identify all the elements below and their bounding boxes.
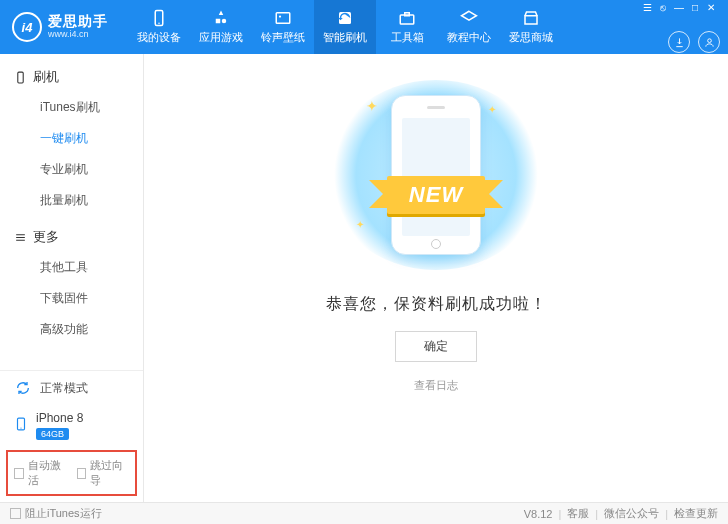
sidebar-item-download-fw[interactable]: 下载固件: [0, 283, 143, 314]
svg-rect-2: [276, 13, 290, 24]
nav-tutorials[interactable]: 教程中心: [438, 0, 500, 54]
checkbox-label: 自动激活: [28, 458, 67, 488]
refresh-icon: [336, 9, 354, 27]
version-label: V8.12: [524, 508, 553, 520]
check-update-link[interactable]: 检查更新: [674, 506, 718, 521]
app-header: i4 爱思助手 www.i4.cn 我的设备 应用游戏 铃声壁纸 智能刷机 工具…: [0, 0, 728, 54]
nav-ringtones[interactable]: 铃声壁纸: [252, 0, 314, 54]
device-info[interactable]: iPhone 8 64GB: [0, 405, 143, 448]
nav-label: 我的设备: [137, 30, 181, 45]
brand-title: 爱思助手: [48, 14, 108, 29]
menu-icon[interactable]: ☰: [640, 1, 654, 13]
svg-point-1: [158, 23, 160, 25]
brand-logo: i4 爱思助手 www.i4.cn: [12, 12, 128, 42]
svg-rect-9: [18, 72, 23, 83]
sidebar-group-flash[interactable]: 刷机: [0, 62, 143, 92]
checkbox-skip-wizard[interactable]: 跳过向导: [77, 458, 130, 488]
new-ribbon: NEW: [387, 176, 485, 214]
sync-icon: [14, 379, 32, 397]
top-nav: 我的设备 应用游戏 铃声壁纸 智能刷机 工具箱 教程中心 爱思商城: [128, 0, 562, 54]
nav-flash[interactable]: 智能刷机: [314, 0, 376, 54]
sparkle-icon: ✦: [488, 104, 496, 115]
sidebar-item-oneclick-flash[interactable]: 一键刷机: [0, 123, 143, 154]
checkbox-icon: [14, 468, 24, 479]
sidebar: 刷机 iTunes刷机 一键刷机 专业刷机 批量刷机 更多 其他工具 下载固件 …: [0, 54, 144, 502]
brand-subtitle: www.i4.cn: [48, 30, 108, 40]
svg-point-11: [20, 428, 21, 429]
sidebar-item-other-tools[interactable]: 其他工具: [0, 252, 143, 283]
hero-illustration: ✦ ✦ ✦ NEW: [326, 80, 546, 270]
group-title: 刷机: [33, 68, 59, 86]
user-button[interactable]: [698, 31, 720, 53]
checkbox-label: 阻止iTunes运行: [25, 506, 102, 521]
svg-rect-7: [525, 16, 537, 24]
image-icon: [274, 9, 292, 27]
group-title: 更多: [33, 228, 59, 246]
wechat-link[interactable]: 微信公众号: [604, 506, 659, 521]
header-right: ☰ ⎋ — □ ✕: [640, 1, 720, 53]
success-message: 恭喜您，保资料刷机成功啦！: [326, 294, 547, 315]
download-icon: [674, 37, 685, 48]
school-icon: [460, 9, 478, 27]
nav-label: 铃声壁纸: [261, 30, 305, 45]
store-icon: [522, 9, 540, 27]
svg-point-8: [707, 38, 711, 42]
sidebar-item-batch-flash[interactable]: 批量刷机: [0, 185, 143, 216]
sidebar-item-pro-flash[interactable]: 专业刷机: [0, 154, 143, 185]
nav-my-device[interactable]: 我的设备: [128, 0, 190, 54]
view-log-link[interactable]: 查看日志: [414, 378, 458, 393]
ok-button[interactable]: 确定: [395, 331, 477, 362]
checkbox-auto-activate[interactable]: 自动激活: [14, 458, 67, 488]
device-capacity: 64GB: [36, 428, 69, 440]
menu-icon: [14, 231, 27, 244]
window-controls: ☰ ⎋ — □ ✕: [640, 1, 718, 13]
device-icon: [14, 415, 28, 436]
nav-toolbox[interactable]: 工具箱: [376, 0, 438, 54]
status-bar: 阻止iTunes运行 V8.12 | 客服 | 微信公众号 | 检查更新: [0, 502, 728, 524]
apps-icon: [212, 9, 230, 27]
app-body: 刷机 iTunes刷机 一键刷机 专业刷机 批量刷机 更多 其他工具 下载固件 …: [0, 54, 728, 502]
main-content: ✦ ✦ ✦ NEW 恭喜您，保资料刷机成功啦！ 确定 查看日志: [144, 54, 728, 502]
nav-label: 教程中心: [447, 30, 491, 45]
nav-label: 应用游戏: [199, 30, 243, 45]
phone-illustration: [391, 95, 481, 255]
sparkle-icon: ✦: [366, 98, 378, 114]
mode-status[interactable]: 正常模式: [0, 370, 143, 405]
nav-label: 爱思商城: [509, 30, 553, 45]
sidebar-item-itunes-flash[interactable]: iTunes刷机: [0, 92, 143, 123]
minimize-icon[interactable]: —: [672, 1, 686, 13]
sparkle-icon: ✦: [356, 219, 364, 230]
support-link[interactable]: 客服: [567, 506, 589, 521]
logo-badge: i4: [12, 12, 42, 42]
close-icon[interactable]: ✕: [704, 1, 718, 13]
nav-store[interactable]: 爱思商城: [500, 0, 562, 54]
checkbox-icon: [77, 468, 87, 479]
user-icon: [704, 37, 715, 48]
sidebar-item-advanced[interactable]: 高级功能: [0, 314, 143, 345]
maximize-icon[interactable]: □: [688, 1, 702, 13]
nav-apps[interactable]: 应用游戏: [190, 0, 252, 54]
mode-label: 正常模式: [40, 380, 88, 397]
phone-icon: [14, 71, 27, 84]
download-button[interactable]: [668, 31, 690, 53]
highlight-options: 自动激活 跳过向导: [6, 450, 137, 496]
svg-point-3: [279, 15, 281, 17]
checkbox-label: 跳过向导: [90, 458, 129, 488]
nav-label: 智能刷机: [323, 30, 367, 45]
toolbox-icon: [398, 9, 416, 27]
phone-icon: [150, 9, 168, 27]
checkbox-block-itunes[interactable]: 阻止iTunes运行: [10, 506, 102, 521]
lock-icon[interactable]: ⎋: [656, 1, 670, 13]
sidebar-group-more[interactable]: 更多: [0, 222, 143, 252]
device-name: iPhone 8: [36, 411, 83, 425]
checkbox-icon: [10, 508, 21, 519]
nav-label: 工具箱: [391, 30, 424, 45]
